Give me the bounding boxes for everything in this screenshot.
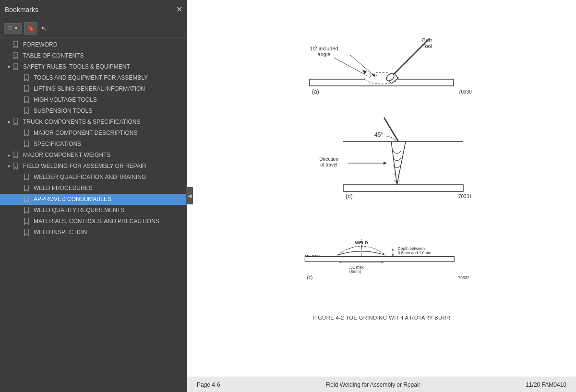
bookmark-page-icon: [24, 130, 31, 136]
svg-text:angle: angle: [318, 51, 331, 57]
bookmark-item-foreword[interactable]: FOREWORD: [0, 39, 187, 50]
svg-rect-17: [343, 185, 463, 191]
bookmark-page-icon: [24, 229, 31, 236]
bookmark-label: SPECIFICATIONS: [34, 140, 184, 148]
bookmark-page-icon: [24, 196, 31, 202]
svg-text:Direction: Direction: [319, 156, 338, 162]
bookmark-list: FOREWORDTABLE OF CONTENTS▾SAFETY RULES, …: [0, 37, 187, 392]
page-footer: Page 4-6 Field Welding for Assembly or R…: [187, 377, 576, 392]
bookmark-item-major-weights[interactable]: ▸MAJOR COMPONENT WEIGHTS: [0, 150, 187, 161]
svg-text:70331: 70331: [458, 194, 472, 199]
bookmark-item-materials-controls[interactable]: MATERIALS, CONTROLS, AND PRECAUTIONS: [0, 216, 187, 227]
bookmark-item-welder-qual[interactable]: WELDER QUALIFICATION AND TRAINING: [0, 172, 187, 183]
page-area: 1/2 included angle Burr Tool (a) 70330: [187, 0, 576, 377]
cursor-indicator: ↖: [41, 24, 47, 32]
svg-text:70330: 70330: [458, 89, 472, 95]
bookmark-page-icon: [13, 152, 20, 158]
expand-icon: [15, 85, 23, 93]
sidebar-title: Bookmarks: [5, 6, 38, 13]
expand-icon: [15, 207, 23, 214]
svg-text:(a): (a): [312, 88, 319, 95]
expand-icon: [15, 196, 23, 203]
bookmark-label: WELD INSPECTION: [34, 228, 184, 237]
svg-text:(8mm): (8mm): [349, 269, 361, 274]
bookmark-item-toc[interactable]: TABLE OF CONTENTS: [0, 50, 187, 61]
figure-caption: FIGURE 4-2 TOE GRINDING WITH A ROTARY BU…: [312, 315, 450, 321]
bookmark-item-approved-consumables[interactable]: APPROVED CONSUMABLES: [0, 194, 187, 205]
list-icon: ☰: [8, 25, 13, 32]
sidebar-toolbar: ☰ ▼ 🔖 ↖: [0, 19, 187, 37]
expand-icon[interactable]: ▸: [5, 152, 12, 159]
bookmark-item-lifting-sling[interactable]: LIFTING SLING GENERAL INFORMATION: [0, 83, 187, 95]
figure-b-container: 45° Direction of travel (b) 70331: [206, 113, 557, 209]
bookmark-page-icon: [24, 141, 31, 147]
bookmark-page-icon: [24, 74, 31, 81]
svg-line-16: [397, 142, 406, 185]
svg-line-5: [350, 55, 374, 76]
svg-text:of travel: of travel: [320, 162, 337, 167]
footer-title: Field Welding for Assembly or Repair: [325, 381, 420, 388]
expand-icon: [15, 107, 23, 115]
svg-text:(c): (c): [307, 275, 313, 280]
bookmark-item-major-comp-desc[interactable]: MAJOR COMPONENT DESCRIPTIONS: [0, 128, 187, 139]
bookmark-label: WELD PROCEDURES: [34, 184, 184, 192]
footer-page: Page 4-6: [197, 381, 220, 388]
bookmark-page-icon: [13, 163, 20, 169]
bookmark-item-high-voltage[interactable]: HIGH VOLTAGE TOOLS: [0, 95, 187, 106]
expand-icon[interactable]: ▾: [5, 63, 12, 71]
bookmark-item-truck-components[interactable]: ▾TRUCK COMPONENTS & SPECIFICATIONS: [0, 117, 187, 128]
svg-line-10: [334, 58, 365, 74]
svg-text:0.8mm and 1.0mm: 0.8mm and 1.0mm: [398, 250, 432, 255]
svg-text:Burr: Burr: [422, 37, 432, 43]
figure-b-svg: 45° Direction of travel (b) 70331: [281, 113, 482, 209]
bookmark-page-icon: [24, 207, 31, 214]
bookmark-item-weld-inspection[interactable]: WELD INSPECTION: [0, 227, 187, 238]
close-button[interactable]: ✕: [176, 5, 182, 14]
expand-icon: [15, 96, 23, 104]
collapse-sidebar-button[interactable]: ◀: [186, 187, 193, 204]
bookmark-page-icon: [13, 52, 20, 59]
bookmark-item-tools-assembly[interactable]: TOOLS AND EQUIPMENT FOR ASSEMBLY: [0, 72, 187, 83]
bookmark-item-safety[interactable]: ▾SAFETY RULES, TOOLS & EQUIPMENT: [0, 61, 187, 72]
bookmark-item-weld-quality[interactable]: WELD QUALITY REQUIREMENTS: [0, 205, 187, 216]
expand-icon: [5, 41, 12, 49]
bookmark-item-field-welding[interactable]: ▾FIELD WELDING FOR ASSEMBLY OR REPAIR: [0, 161, 187, 172]
footer-ref: 11/20 FAM0410: [526, 381, 566, 388]
sidebar: Bookmarks ✕ ☰ ▼ 🔖 ↖ FOREWORDTABLE OF CON…: [0, 0, 187, 392]
bookmark-label: SAFETY RULES, TOOLS & EQUIPMENT: [23, 63, 184, 71]
expand-icon: [5, 52, 12, 60]
sidebar-header: Bookmarks ✕: [0, 0, 187, 19]
svg-text:Tool: Tool: [422, 43, 432, 49]
bookmark-label: TRUCK COMPONENTS & SPECIFICATIONS: [23, 118, 184, 126]
bookmark-icon-button[interactable]: 🔖: [24, 22, 37, 35]
main-content: 1/2 included angle Burr Tool (a) 70330: [187, 0, 576, 392]
bookmark-label: WELD QUALITY REQUIREMENTS: [34, 206, 184, 214]
bookmark-label: FIELD WELDING FOR ASSEMBLY OR REPAIR: [23, 162, 184, 170]
bookmark-label: HIGH VOLTAGE TOOLS: [34, 96, 184, 104]
dropdown-arrow: ▼: [14, 26, 18, 31]
bookmark-label: LIFTING SLING GENERAL INFORMATION: [34, 85, 184, 93]
figure-a-svg: 1/2 included angle Burr Tool (a) 70330: [281, 10, 482, 103]
bookmark-item-specifications[interactable]: SPECIFICATIONS: [0, 139, 187, 150]
bookmark-page-icon: [24, 174, 31, 180]
bookmark-page-icon: [24, 185, 31, 191]
expand-icon[interactable]: ▾: [5, 119, 12, 126]
expand-icon: [15, 174, 23, 181]
bookmark-label: MAJOR COMPONENT WEIGHTS: [23, 151, 184, 159]
bookmark-item-suspension[interactable]: SUSPENSION TOOLS: [0, 106, 187, 117]
svg-rect-29: [305, 257, 454, 262]
bookmark-icon: 🔖: [27, 24, 35, 32]
expand-icon: [15, 130, 23, 137]
bookmark-page-icon: [24, 218, 31, 225]
expand-icon: [15, 141, 23, 148]
svg-line-18: [384, 118, 398, 142]
figure-c-svg: PLATE WELD Depth between 0.8mm and 1.0mm…: [281, 218, 482, 302]
expand-icon[interactable]: ▾: [5, 163, 12, 170]
svg-text:1/2 included: 1/2 included: [310, 46, 338, 51]
list-view-button[interactable]: ☰ ▼: [4, 23, 22, 34]
bookmark-label: MAJOR COMPONENT DESCRIPTIONS: [34, 129, 184, 137]
expand-icon: [15, 185, 23, 192]
bookmark-page-icon: [24, 85, 31, 92]
figure-a-container: 1/2 included angle Burr Tool (a) 70330: [206, 10, 557, 103]
bookmark-item-weld-procedures[interactable]: WELD PROCEDURES: [0, 183, 187, 194]
